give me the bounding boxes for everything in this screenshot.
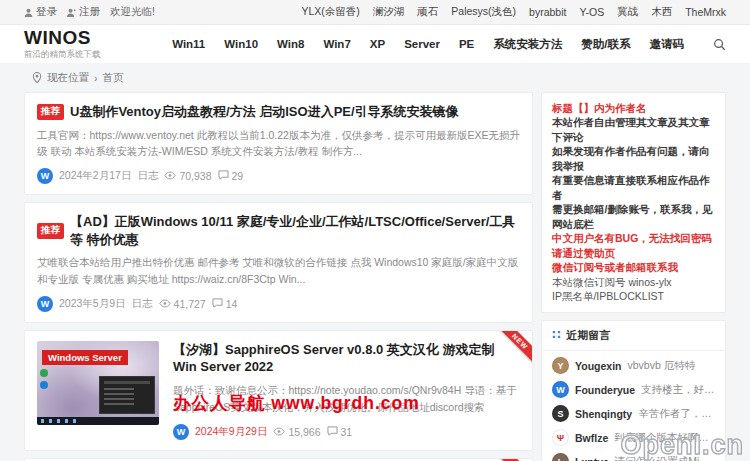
register-label: 注册 xyxy=(79,5,100,19)
comment-text: 到底哪个版本好啊，头疼 xyxy=(614,431,715,445)
views-count: 15,966 xyxy=(288,426,320,438)
commenter-avatar: S xyxy=(552,405,569,422)
nav-pe[interactable]: PE xyxy=(459,38,474,50)
breadcrumb-label: 现在位置 xyxy=(47,71,89,85)
register-link[interactable]: 注册 xyxy=(67,5,100,19)
notice-line: 需更换邮箱/删除账号，联系我，见网站底栏 xyxy=(552,202,715,231)
nav-invite-code[interactable]: 邀请码 xyxy=(650,37,685,52)
user-plus-icon xyxy=(67,8,76,17)
site-tagline: 前沿的精简系统下载 xyxy=(24,50,101,59)
notice-line: 如果发现有作者作品有问题，请向我举报 xyxy=(552,144,715,173)
site-logo[interactable]: WINOS xyxy=(24,28,101,49)
search-icon[interactable] xyxy=(713,38,726,51)
commenter-name[interactable]: Founderyue xyxy=(575,384,635,396)
grid-icon: ∷ xyxy=(552,329,560,341)
nav-win8[interactable]: Win8 xyxy=(277,38,304,50)
article-thumbnail[interactable]: Windows Server xyxy=(37,341,159,425)
author-avatar[interactable]: W xyxy=(173,424,189,440)
new-ribbon: NEW xyxy=(495,330,533,368)
recent-comments-header: ∷ 近期留言 xyxy=(542,321,725,351)
views-count: 70,938 xyxy=(179,170,211,182)
commenter-name[interactable]: Shenqingty xyxy=(575,408,632,420)
notice-line: 标题【】内为作者名 xyxy=(552,101,715,115)
friend-link-themrxk[interactable]: TheMrxk xyxy=(685,6,726,18)
sidebar: 标题【】内为作者名 本站作者自由管理其文章及其文章下评论 如果发现有作者作品有问… xyxy=(541,92,726,461)
author-avatar[interactable]: W xyxy=(37,168,53,184)
friend-link-jizhan[interactable]: 冀战 xyxy=(617,5,638,19)
friend-link-palesys[interactable]: Palesys(浅色) xyxy=(451,5,516,19)
login-link[interactable]: 登录 xyxy=(24,5,57,19)
article-meta: W 2024年2月17日 日志 70,938 29 xyxy=(37,168,520,184)
comment-item[interactable]: S Shenqingty 辛苦作者了，取用了，加油 ... xyxy=(552,402,715,426)
views-icon xyxy=(164,170,176,182)
commenter-name[interactable]: Yougexin xyxy=(575,360,621,372)
commenter-avatar: Ψ xyxy=(552,429,569,446)
article-type: 日志 xyxy=(137,169,158,183)
commenter-name[interactable]: Bwflze xyxy=(575,432,608,444)
breadcrumb-separator: › xyxy=(94,72,98,84)
article-meta: W 2023年5月9日 日志 41,727 14 xyxy=(37,296,520,312)
notice-line: 微信订阅号或者邮箱联系我 xyxy=(552,260,715,274)
article-type: 日志 xyxy=(132,297,153,311)
comments-count: 31 xyxy=(341,426,353,438)
main-wrap: 现在位置 › 首页 推荐 U盘制作Ventoy启动盘教程/方法 启动ISO进入P… xyxy=(24,63,726,461)
location-pin-icon xyxy=(32,72,42,83)
topbar: 登录 注册 欢迎光临! YLX(余留香) 澜汐湖 顽石 Palesys(浅色) … xyxy=(0,0,750,25)
notice-line: 本站作者自由管理其文章及其文章下评论 xyxy=(552,115,715,144)
breadcrumb: 现在位置 › 首页 xyxy=(24,63,726,92)
desktop-icons xyxy=(40,369,50,415)
recommend-badge: 推荐 xyxy=(37,223,64,239)
comment-item[interactable]: W Founderyue 支持楼主，好东西。 xyxy=(552,378,715,402)
comment-item[interactable]: Y Yougexin vbvbvb 厄特特 xyxy=(552,354,715,378)
notice-line: 有重要信息请直接联系相应作品作者 xyxy=(552,173,715,202)
nav-install-guide[interactable]: 系统安装方法 xyxy=(493,37,562,52)
recent-comments-box: ∷ 近期留言 Y Yougexin vbvbvb 厄特特 W Founderyu… xyxy=(541,320,726,461)
article-list: 推荐 U盘制作Ventoy启动盘教程/方法 启动ISO进入PE/引导系统安装镜像… xyxy=(24,92,533,461)
nav-server[interactable]: Server xyxy=(404,38,440,50)
article-card: 推荐 【AD】正版Windows 10/11 家庭/专业/企业/工作站/LTSC… xyxy=(24,202,533,323)
comment-item[interactable]: L Lxptyc 请问怎么设置成Microsoft Edge... xyxy=(552,450,715,461)
topbar-friend-links: YLX(余留香) 澜汐湖 顽石 Palesys(浅色) byrabbit Y-O… xyxy=(301,5,726,19)
views-count: 41,727 xyxy=(174,298,206,310)
article-excerpt: 艾唯联合本站给用户推出特价优惠 邮件参考 艾唯和微软的合作链接 点我 Windo… xyxy=(37,254,520,288)
nav-xp[interactable]: XP xyxy=(370,38,385,50)
nav-win7[interactable]: Win7 xyxy=(323,38,350,50)
friend-link-lanxihu[interactable]: 澜汐湖 xyxy=(373,5,405,19)
breadcrumb-home[interactable]: 首页 xyxy=(103,71,124,85)
nav-sponsor-contact[interactable]: 赞助/联系 xyxy=(581,37,630,52)
friend-link-muxi[interactable]: 木西 xyxy=(651,5,672,19)
article-date: 2024年2月17日 xyxy=(59,169,131,183)
comments-count: 29 xyxy=(232,170,244,182)
article-excerpt: 工具官网：https://www.ventoy.net 此教程以当前1.0.22… xyxy=(37,127,520,161)
logo-block[interactable]: WINOS 前沿的精简系统下载 xyxy=(24,28,101,59)
comments-list: Y Yougexin vbvbvb 厄特特 W Founderyue 支持楼主，… xyxy=(542,351,725,461)
comment-item[interactable]: Ψ Bwflze 到底哪个版本好啊，头疼 xyxy=(552,426,715,450)
friend-link-yos[interactable]: Y-OS xyxy=(579,6,604,18)
friend-link-ylx[interactable]: YLX(余留香) xyxy=(301,5,359,19)
content-columns: 推荐 U盘制作Ventoy启动盘教程/方法 启动ISO进入PE/引导系统安装镜像… xyxy=(24,92,726,461)
recent-comments-title: 近期留言 xyxy=(566,328,610,343)
nav-win11[interactable]: Win11 xyxy=(172,38,205,50)
article-date: 2023年5月9日 xyxy=(59,297,126,311)
article-card: 推荐 U盘制作Ventoy启动盘教程/方法 启动ISO进入PE/引导系统安装镜像… xyxy=(24,92,533,195)
views-icon xyxy=(273,426,285,438)
main-nav: Win11 Win10 Win8 Win7 XP Server PE 系统安装方… xyxy=(172,37,726,52)
nav-win10[interactable]: Win10 xyxy=(224,38,258,50)
author-avatar[interactable]: W xyxy=(37,296,53,312)
comments-icon xyxy=(212,298,223,310)
article-title[interactable]: 【汐湖】SapphireOS Server v0.8.0 英文汉化 游戏定制 W… xyxy=(173,341,520,376)
friend-link-wanshi[interactable]: 顽石 xyxy=(417,5,438,19)
comment-text: 请问怎么设置成Microsoft Edge... xyxy=(615,455,715,461)
commenter-name[interactable]: Lxptyc xyxy=(575,456,609,461)
mini-window xyxy=(99,376,155,414)
article-title[interactable]: U盘制作Ventoy启动盘教程/方法 启动ISO进入PE/引导系统安装镜像 xyxy=(70,103,459,121)
friend-link-byrabbit[interactable]: byrabbit xyxy=(529,6,566,18)
comments-count: 14 xyxy=(226,298,238,310)
ip-blocklist-link[interactable]: IP黑名单/IPBLOCKLIST xyxy=(552,289,715,303)
comment-text: 辛苦作者了，取用了，加油 ... xyxy=(638,407,715,421)
site-red-watermark: 办公人导航 www.bgrdh.com xyxy=(173,391,420,415)
comment-text: vbvbvb 厄特特 xyxy=(627,359,695,373)
comments-icon xyxy=(218,170,229,182)
article-title[interactable]: 【AD】正版Windows 10/11 家庭/专业/企业/工作站/LTSC/Of… xyxy=(70,213,520,248)
notice-box: 标题【】内为作者名 本站作者自由管理其文章及其文章下评论 如果发现有作者作品有问… xyxy=(541,92,726,313)
